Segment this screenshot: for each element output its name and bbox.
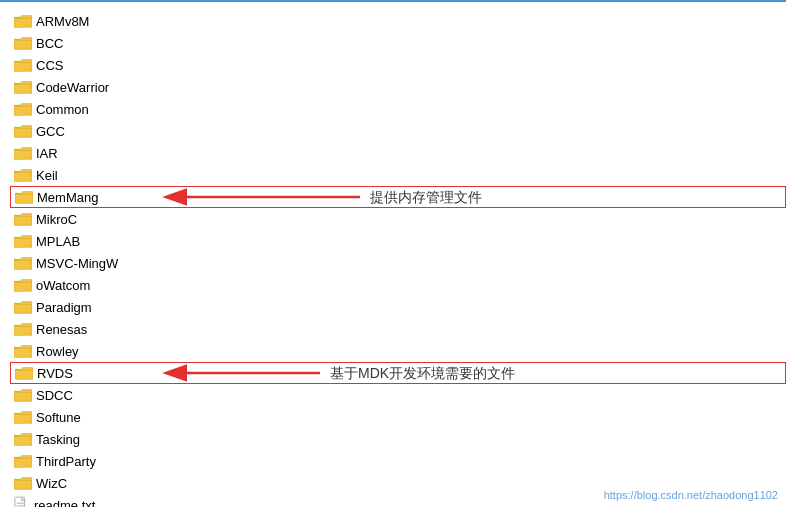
svg-rect-7 xyxy=(14,83,32,93)
list-item[interactable]: oWatcom xyxy=(10,274,786,296)
folder-icon xyxy=(14,343,32,359)
list-item[interactable]: MikroC xyxy=(10,208,786,230)
folder-icon xyxy=(14,233,32,249)
list-item[interactable]: IAR xyxy=(10,142,786,164)
folder-icon xyxy=(14,277,32,293)
list-item[interactable]: ThirdParty xyxy=(10,450,786,472)
svg-rect-13 xyxy=(14,149,32,159)
svg-rect-41 xyxy=(14,457,32,467)
folder-icon xyxy=(15,365,33,381)
folder-icon xyxy=(14,35,32,51)
folder-icon xyxy=(14,145,32,161)
folder-icon xyxy=(14,409,32,425)
item-label: readme.txt xyxy=(34,498,95,508)
list-item[interactable]: SDCC xyxy=(10,384,786,406)
svg-rect-9 xyxy=(14,105,32,115)
folder-icon xyxy=(14,101,32,117)
svg-rect-43 xyxy=(14,479,32,489)
item-label: RVDS xyxy=(37,366,73,381)
item-label: WizC xyxy=(36,476,67,491)
list-item[interactable]: MemMang xyxy=(10,186,786,208)
list-item[interactable]: Common xyxy=(10,98,786,120)
item-label: GCC xyxy=(36,124,65,139)
svg-rect-27 xyxy=(14,303,32,313)
list-item[interactable]: CodeWarrior xyxy=(10,76,786,98)
item-label: ARMv8M xyxy=(36,14,89,29)
svg-rect-33 xyxy=(15,369,33,379)
item-label: Renesas xyxy=(36,322,87,337)
folder-icon xyxy=(14,123,32,139)
item-label: Rowley xyxy=(36,344,79,359)
folder-icon xyxy=(14,211,32,227)
watermark: https://blog.csdn.net/zhaodong1102 xyxy=(604,489,778,501)
list-item[interactable]: GCC xyxy=(10,120,786,142)
list-item[interactable]: MPLAB xyxy=(10,230,786,252)
item-label: Softune xyxy=(36,410,81,425)
folder-icon xyxy=(14,453,32,469)
item-label: MPLAB xyxy=(36,234,80,249)
list-item[interactable]: ARMv8M xyxy=(10,10,786,32)
item-label: IAR xyxy=(36,146,58,161)
svg-rect-39 xyxy=(14,435,32,445)
item-label: Tasking xyxy=(36,432,80,447)
folder-icon xyxy=(14,57,32,73)
item-label: oWatcom xyxy=(36,278,90,293)
item-label: ThirdParty xyxy=(36,454,96,469)
list-item[interactable]: Softune xyxy=(10,406,786,428)
folder-icon xyxy=(14,13,32,29)
item-label: Common xyxy=(36,102,89,117)
folder-icon xyxy=(14,387,32,403)
list-item[interactable]: Paradigm xyxy=(10,296,786,318)
item-label: BCC xyxy=(36,36,63,51)
folder-icon xyxy=(14,255,32,271)
svg-rect-5 xyxy=(14,61,32,71)
file-list: ARMv8M BCC CCS CodeWarrior Common GCC IA… xyxy=(0,2,786,507)
file-icon xyxy=(14,496,30,507)
folder-icon xyxy=(15,189,33,205)
folder-icon xyxy=(14,79,32,95)
svg-rect-29 xyxy=(14,325,32,335)
svg-rect-3 xyxy=(14,39,32,49)
item-label: MikroC xyxy=(36,212,77,227)
list-item[interactable]: Keil xyxy=(10,164,786,186)
list-item[interactable]: RVDS xyxy=(10,362,786,384)
item-label: CCS xyxy=(36,58,63,73)
svg-rect-21 xyxy=(14,237,32,247)
list-item[interactable]: MSVC-MingW xyxy=(10,252,786,274)
svg-rect-15 xyxy=(14,171,32,181)
folder-icon xyxy=(14,167,32,183)
item-label: MemMang xyxy=(37,190,98,205)
item-label: Paradigm xyxy=(36,300,92,315)
list-item[interactable]: Renesas xyxy=(10,318,786,340)
svg-rect-35 xyxy=(14,391,32,401)
svg-rect-17 xyxy=(15,193,33,203)
svg-rect-31 xyxy=(14,347,32,357)
folder-icon xyxy=(14,475,32,491)
svg-rect-25 xyxy=(14,281,32,291)
item-label: MSVC-MingW xyxy=(36,256,118,271)
list-item[interactable]: CCS xyxy=(10,54,786,76)
list-item[interactable]: BCC xyxy=(10,32,786,54)
item-label: SDCC xyxy=(36,388,73,403)
item-label: Keil xyxy=(36,168,58,183)
item-label: CodeWarrior xyxy=(36,80,109,95)
svg-rect-23 xyxy=(14,259,32,269)
list-item[interactable]: Tasking xyxy=(10,428,786,450)
svg-rect-37 xyxy=(14,413,32,423)
svg-rect-19 xyxy=(14,215,32,225)
folder-icon xyxy=(14,321,32,337)
svg-rect-1 xyxy=(14,17,32,27)
folder-icon xyxy=(14,299,32,315)
list-item[interactable]: Rowley xyxy=(10,340,786,362)
folder-icon xyxy=(14,431,32,447)
svg-rect-11 xyxy=(14,127,32,137)
